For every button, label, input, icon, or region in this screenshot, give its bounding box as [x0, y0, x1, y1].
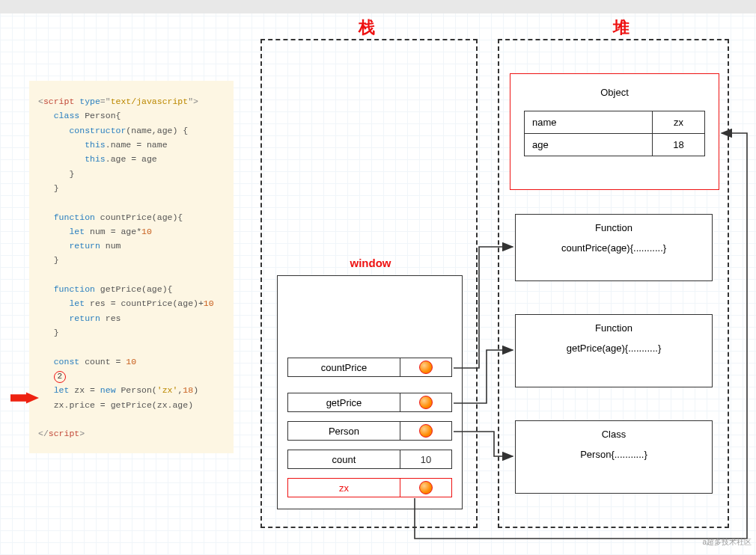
pointer-orb: [419, 481, 433, 494]
slot-person: Person: [287, 421, 452, 441]
heap-object-title: Object: [510, 87, 719, 98]
window-title: window: [318, 257, 423, 269]
pointer-orb: [419, 361, 433, 374]
pointer-orb: [419, 396, 433, 409]
watermark: a超多技术社区: [702, 537, 752, 548]
stack-title: 栈: [284, 16, 449, 39]
heap-box-getprice: Function getPrice(age){...........}: [515, 314, 713, 387]
svg-marker-0: [10, 392, 39, 403]
slot-zx: zx: [287, 478, 452, 497]
slot-count: count 10: [287, 450, 452, 469]
arrow-callout-icon: [10, 392, 39, 404]
heap-title: 堆: [554, 16, 689, 39]
heap-box-person: Class Person{...........}: [515, 420, 713, 494]
heap-box-countprice: Function countPrice(age){...........}: [515, 214, 713, 281]
slot-countprice: countPrice: [287, 358, 452, 377]
pointer-orb: [419, 424, 433, 438]
code-block: <script type="text/javascript"> class Pe…: [29, 81, 234, 453]
slot-getprice: getPrice: [287, 393, 452, 412]
heap-object-table: namezx age18: [524, 111, 705, 156]
step-badge-2: 2: [54, 371, 66, 383]
